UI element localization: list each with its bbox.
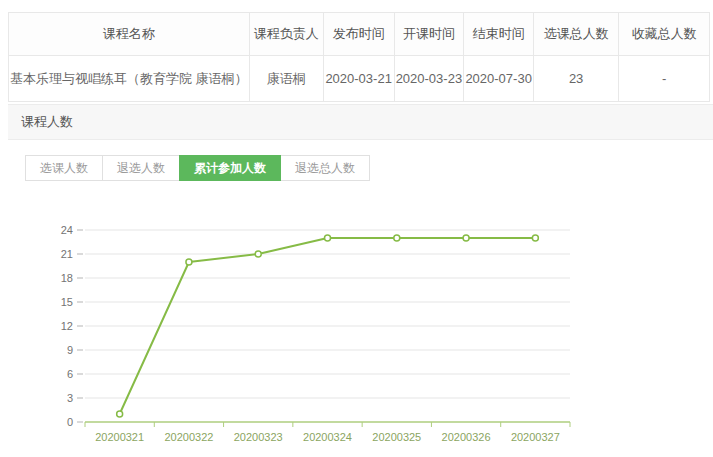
course-stats-page: 课程名称 课程负责人 发布时间 开课时间 结束时间 选课总人数 收藏总人数 基本… <box>0 0 713 457</box>
table-row: 基本乐理与视唱练耳（教育学院 康语桐） 康语桐 2020-03-21 2020-… <box>9 56 710 102</box>
cell-favorites-total: - <box>619 56 710 102</box>
x-axis-label: 20200322 <box>164 431 213 443</box>
x-axis-label: 20200324 <box>303 431 352 443</box>
chart-marker <box>463 235 469 241</box>
col-header-start-time: 开课时间 <box>394 13 464 56</box>
chart-marker <box>325 235 331 241</box>
col-header-enrolled-total: 选课总人数 <box>534 13 619 56</box>
line-chart-svg: 0369121518212420200321202003222020032320… <box>40 218 580 455</box>
chart-marker <box>255 251 261 257</box>
chart-marker <box>394 235 400 241</box>
cell-start-time: 2020-03-23 <box>394 56 464 102</box>
y-axis-label: 9 <box>67 344 73 356</box>
section-title: 课程人数 <box>21 113 73 131</box>
chart-tabs: 选课人数 退选人数 累计参加人数 退选总人数 <box>25 155 370 181</box>
col-header-publish-time: 发布时间 <box>323 13 394 56</box>
col-header-end-time: 结束时间 <box>464 13 534 56</box>
y-axis-label: 21 <box>61 248 73 260</box>
cell-publish-time: 2020-03-21 <box>323 56 394 102</box>
tab-cumulative-participants[interactable]: 累计参加人数 <box>179 155 281 181</box>
col-header-course-leader: 课程负责人 <box>249 13 323 56</box>
chart-marker <box>117 411 123 417</box>
y-axis-label: 0 <box>67 416 73 428</box>
cell-enrolled-total: 23 <box>534 56 619 102</box>
x-axis-label: 20200327 <box>511 431 560 443</box>
cell-course-leader: 康语桐 <box>249 56 323 102</box>
col-header-favorites-total: 收藏总人数 <box>619 13 710 56</box>
y-axis-label: 15 <box>61 296 73 308</box>
cell-end-time: 2020-07-30 <box>464 56 534 102</box>
y-axis-label: 18 <box>61 272 73 284</box>
chart-marker <box>532 235 538 241</box>
table-header-row: 课程名称 课程负责人 发布时间 开课时间 结束时间 选课总人数 收藏总人数 <box>9 13 710 56</box>
tab-withdrawn-count[interactable]: 退选人数 <box>102 155 180 181</box>
y-axis-label: 6 <box>67 368 73 380</box>
y-axis-label: 3 <box>67 392 73 404</box>
x-axis-label: 20200323 <box>234 431 283 443</box>
tab-total-withdrawn[interactable]: 退选总人数 <box>280 155 370 181</box>
y-axis-label: 12 <box>61 320 73 332</box>
chart-marker <box>186 259 192 265</box>
x-axis-label: 20200326 <box>442 431 491 443</box>
x-axis-label: 20200321 <box>95 431 144 443</box>
course-info-table: 课程名称 课程负责人 发布时间 开课时间 结束时间 选课总人数 收藏总人数 基本… <box>8 12 710 102</box>
col-header-course-name: 课程名称 <box>9 13 250 56</box>
y-axis-label: 24 <box>61 224 73 236</box>
cell-course-name: 基本乐理与视唱练耳（教育学院 康语桐） <box>9 56 250 102</box>
tab-enrolled-count[interactable]: 选课人数 <box>25 155 103 181</box>
x-axis-label: 20200325 <box>372 431 421 443</box>
enrollment-line-chart: 0369121518212420200321202003222020032320… <box>40 218 580 457</box>
section-header: 课程人数 <box>8 104 713 140</box>
